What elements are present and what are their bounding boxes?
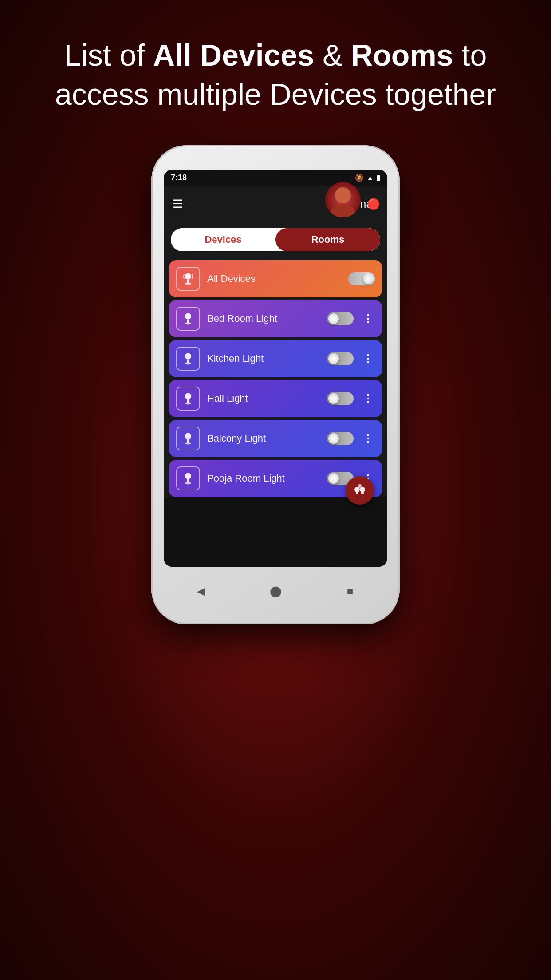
svg-rect-15 <box>187 439 189 443</box>
more-icon-hall[interactable]: ⋮ <box>361 392 375 405</box>
device-pooja-name: Pooja Room Light <box>207 473 320 484</box>
device-icon-box-1 <box>176 307 200 331</box>
svg-point-14 <box>185 433 191 439</box>
headline-bold2: Rooms <box>351 38 453 72</box>
device-hall-name: Hall Light <box>207 393 320 404</box>
device-icon-box-4 <box>176 427 200 450</box>
svg-rect-21 <box>356 492 358 494</box>
phone-wrapper: 7:18 🔕 ▲ ▮ ☰ Vithamas 🔴 <box>151 145 400 624</box>
toggle-kitchen[interactable] <box>327 352 354 365</box>
device-list: All Devices Bed Room Light <box>164 257 387 497</box>
toggle-all[interactable] <box>348 272 375 285</box>
device-icon-box-3 <box>176 387 200 411</box>
device-item-all[interactable]: All Devices <box>169 260 382 297</box>
phone-screen: 7:18 🔕 ▲ ▮ ☰ Vithamas 🔴 <box>164 170 387 567</box>
svg-point-22 <box>360 487 365 492</box>
tab-devices[interactable]: Devices <box>171 228 276 251</box>
svg-point-24 <box>358 484 362 488</box>
device-icon-box <box>176 267 200 291</box>
tab-bar: Devices Rooms <box>164 222 387 257</box>
svg-point-11 <box>185 393 191 399</box>
toggle-knob-balcony <box>328 433 339 444</box>
wifi-icon: ▲ <box>366 174 374 182</box>
status-bar: 7:18 🔕 ▲ ▮ <box>164 170 387 186</box>
battery-icon: ▮ <box>376 174 380 182</box>
svg-point-4 <box>185 282 191 285</box>
nav-recents-button[interactable]: ■ <box>339 580 361 602</box>
svg-rect-9 <box>187 360 189 363</box>
svg-point-5 <box>185 313 191 319</box>
more-icon-bedroom[interactable]: ⋮ <box>361 312 375 325</box>
headline: List of All Devices & Rooms to access mu… <box>0 0 551 132</box>
svg-rect-12 <box>187 399 189 403</box>
svg-point-10 <box>185 362 191 364</box>
status-time: 7:18 <box>171 173 187 182</box>
device-balcony-name: Balcony Light <box>207 433 320 444</box>
toggle-knob-bedroom <box>328 313 339 324</box>
app-bar: ☰ Vithamas 🔴 <box>164 186 387 222</box>
bluetooth-icon[interactable]: 🔴 <box>367 198 380 210</box>
device-item-kitchen[interactable]: Kitchen Light ⋮ <box>169 340 382 377</box>
bell-icon: 🔕 <box>355 174 364 182</box>
nav-home-button[interactable]: ⬤ <box>264 580 287 602</box>
toggle-knob-hall <box>328 393 339 404</box>
svg-point-8 <box>185 353 191 359</box>
device-all-name: All Devices <box>207 273 341 285</box>
device-icon-box-5 <box>176 466 200 490</box>
toggle-knob-kitchen <box>328 353 339 364</box>
device-item-balcony[interactable]: Balcony Light ⋮ <box>169 420 382 457</box>
more-icon-kitchen[interactable]: ⋮ <box>361 352 375 365</box>
svg-rect-3 <box>187 280 189 283</box>
user-avatar <box>325 182 361 217</box>
svg-point-16 <box>185 442 191 444</box>
svg-point-19 <box>185 482 191 484</box>
headline-text: List of All Devices & Rooms to access mu… <box>55 38 496 111</box>
toggle-bedroom[interactable] <box>327 312 354 325</box>
toggle-knob-all <box>363 273 374 284</box>
toggle-hall[interactable] <box>327 392 354 405</box>
device-kitchen-name: Kitchen Light <box>207 353 320 364</box>
device-item-hall[interactable]: Hall Light ⋮ <box>169 380 382 417</box>
hamburger-icon[interactable]: ☰ <box>173 197 183 211</box>
headline-bold1: All Devices <box>153 38 314 72</box>
fab-button[interactable] <box>346 476 374 505</box>
svg-point-17 <box>185 473 191 479</box>
svg-point-1 <box>331 204 355 217</box>
svg-rect-18 <box>187 479 189 482</box>
nav-back-button[interactable]: ◀ <box>190 580 212 602</box>
device-bedroom-name: Bed Room Light <box>207 313 320 324</box>
tab-container: Devices Rooms <box>171 228 380 251</box>
device-icon-box-2 <box>176 347 200 371</box>
svg-point-2 <box>185 273 191 279</box>
toggle-balcony[interactable] <box>327 432 354 445</box>
tab-rooms[interactable]: Rooms <box>276 228 380 251</box>
svg-point-7 <box>185 322 191 324</box>
svg-point-20 <box>354 487 360 492</box>
device-item-bedroom[interactable]: Bed Room Light ⋮ <box>169 300 382 337</box>
svg-point-13 <box>185 402 191 404</box>
svg-rect-6 <box>187 320 189 323</box>
toggle-knob-pooja <box>328 473 339 484</box>
bottom-nav-bar: ◀ ⬤ ■ <box>164 571 387 611</box>
svg-point-0 <box>335 187 351 203</box>
svg-rect-23 <box>361 492 364 494</box>
status-icons: 🔕 ▲ ▮ <box>355 174 380 182</box>
more-icon-balcony[interactable]: ⋮ <box>361 432 375 445</box>
